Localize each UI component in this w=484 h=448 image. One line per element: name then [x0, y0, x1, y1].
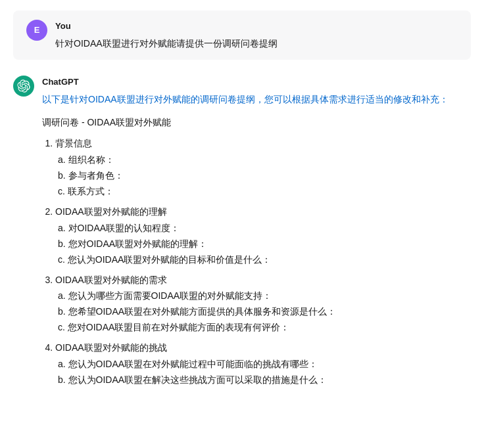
- sub-item: c. 您认为OIDAA联盟对外赋能的目标和价值是什么：: [58, 252, 471, 267]
- sub-list: a. 对OIDAA联盟的认知程度：b. 您对OIDAA联盟对外赋能的理解：c. …: [55, 221, 471, 267]
- user-message-text: 针对OIDAA联盟进行对外赋能请提供一份调研问卷提纲: [55, 36, 458, 51]
- sub-list: a. 您认为哪些方面需要OIDAA联盟的对外赋能支持：b. 您希望OIDAA联盟…: [55, 288, 471, 335]
- sub-item: b. 您对OIDAA联盟对外赋能的理解：: [58, 236, 471, 252]
- section-title: OIDAA联盟对外赋能的理解: [55, 204, 471, 219]
- sub-item: b. 您希望OIDAA联盟在对外赋能方面提供的具体服务和资源是什么：: [58, 304, 471, 319]
- section-item: OIDAA联盟对外赋能的需求a. 您认为哪些方面需要OIDAA联盟的对外赋能支持…: [55, 273, 471, 336]
- user-avatar-letter: E: [34, 24, 40, 37]
- section-title: 背景信息: [55, 136, 471, 150]
- sub-item: a. 您认为哪些方面需要OIDAA联盟的对外赋能支持：: [58, 288, 471, 303]
- section-item: OIDAA联盟对外赋能的挑战a. 您认为OIDAA联盟在对外赋能过程中可能面临的…: [55, 340, 471, 388]
- gpt-sender-name: ChatGPT: [42, 76, 471, 89]
- user-message-block: E You 针对OIDAA联盟进行对外赋能请提供一份调研问卷提纲: [13, 11, 471, 60]
- user-avatar: E: [26, 20, 47, 41]
- sub-item: c. 联系方式：: [58, 184, 471, 199]
- user-message-content: You 针对OIDAA联盟进行对外赋能请提供一份调研问卷提纲: [55, 20, 458, 51]
- survey-title: 调研问卷 - OIDAA联盟对外赋能: [42, 115, 471, 129]
- section-item: 背景信息a. 组织名称：b. 参与者角色：c. 联系方式：: [55, 136, 471, 199]
- gpt-message-text: 以下是针对OIDAA联盟进行对外赋能的调研问卷提纲，您可以根据具体需求进行适当的…: [42, 92, 471, 388]
- gpt-message-content: ChatGPT 以下是针对OIDAA联盟进行对外赋能的调研问卷提纲，您可以根据具…: [42, 76, 471, 393]
- sub-list: a. 您认为OIDAA联盟在对外赋能过程中可能面临的挑战有哪些：b. 您认为OI…: [55, 357, 471, 388]
- sub-item: a. 您认为OIDAA联盟在对外赋能过程中可能面临的挑战有哪些：: [58, 357, 471, 372]
- section-item: OIDAA联盟对外赋能的理解a. 对OIDAA联盟的认知程度：b. 您对OIDA…: [55, 204, 471, 267]
- sub-item: b. 您认为OIDAA联盟在解决这些挑战方面可以采取的措施是什么：: [58, 372, 471, 388]
- gpt-avatar: [13, 76, 34, 97]
- sub-item: a. 对OIDAA联盟的认知程度：: [58, 221, 471, 236]
- section-list: 背景信息a. 组织名称：b. 参与者角色：c. 联系方式：OIDAA联盟对外赋能…: [42, 136, 471, 388]
- sub-item: c. 您对OIDAA联盟目前在对外赋能方面的表现有何评价：: [58, 320, 471, 335]
- gpt-intro: 以下是针对OIDAA联盟进行对外赋能的调研问卷提纲，您可以根据具体需求进行适当的…: [42, 92, 471, 107]
- chatgpt-logo-icon: [17, 79, 30, 93]
- gpt-message-block: ChatGPT 以下是针对OIDAA联盟进行对外赋能的调研问卷提纲，您可以根据具…: [13, 65, 471, 403]
- sub-item: b. 参与者角色：: [58, 168, 471, 183]
- chat-container: E You 针对OIDAA联盟进行对外赋能请提供一份调研问卷提纲 ChatGPT…: [0, 0, 484, 414]
- section-title: OIDAA联盟对外赋能的挑战: [55, 340, 471, 355]
- sub-list: a. 组织名称：b. 参与者角色：c. 联系方式：: [55, 152, 471, 199]
- sub-item: a. 组织名称：: [58, 152, 471, 168]
- user-sender-name: You: [55, 20, 458, 34]
- section-title: OIDAA联盟对外赋能的需求: [55, 273, 471, 287]
